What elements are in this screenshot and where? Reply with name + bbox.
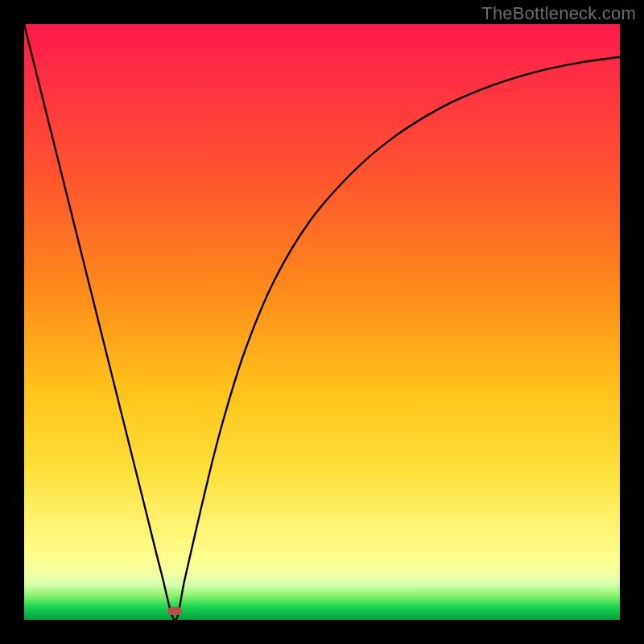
plot-area bbox=[24, 24, 620, 620]
chart-frame: TheBottleneck.com bbox=[0, 0, 644, 644]
watermark-text: TheBottleneck.com bbox=[481, 3, 636, 24]
curve-path bbox=[24, 24, 620, 620]
bottleneck-curve bbox=[24, 24, 620, 620]
minimum-marker bbox=[167, 607, 182, 615]
